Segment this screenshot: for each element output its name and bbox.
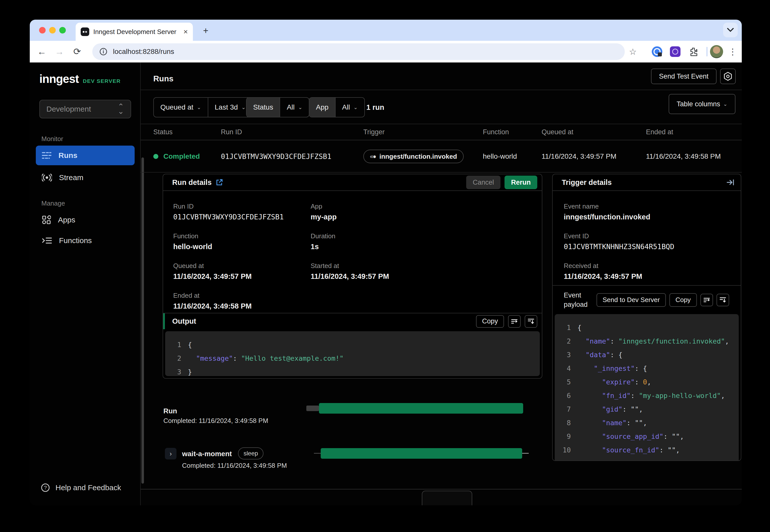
step-duration-bar <box>321 448 522 459</box>
tab-search-chevron-button[interactable] <box>723 23 738 37</box>
inngest-logo: inngest <box>39 72 79 86</box>
step-name: wait-a-moment <box>182 450 232 458</box>
column-header-status: Status <box>153 128 221 136</box>
expand-output-button[interactable] <box>525 315 537 328</box>
expand-payload-button[interactable] <box>717 294 729 306</box>
code-line: 8 "name": "", <box>555 416 739 429</box>
function-link[interactable]: hello-world <box>173 243 311 251</box>
settings-gear-button[interactable] <box>720 69 736 84</box>
tab-close-icon[interactable]: × <box>183 28 188 36</box>
address-bar[interactable]: localhost:8288/runs <box>92 43 625 60</box>
inngest-app: inngest DEV SERVER Development ⌃⌄ Monito… <box>30 62 742 505</box>
send-to-dev-server-button[interactable]: Send to Dev Server <box>597 293 666 307</box>
time-range-filter[interactable]: Last 3d⌄ <box>208 98 252 117</box>
code-line: 1{ <box>165 338 540 351</box>
sidebar-section-manage: Manage <box>41 199 65 207</box>
forward-button[interactable]: → <box>52 41 67 62</box>
table-row[interactable]: Completed 01JCVBTMV3WXY9D3CFDEJFZSB1 «● … <box>141 141 742 173</box>
filters-bar: Queued at⌄ Last 3d⌄ Status All⌄ App All⌄ <box>141 90 742 124</box>
page-title: Runs <box>153 74 173 83</box>
app-label: App <box>311 203 537 210</box>
site-info-icon[interactable] <box>99 48 107 56</box>
row-function: hello-world <box>483 152 541 160</box>
inngest-favicon-icon <box>81 27 89 36</box>
sidebar-item-functions[interactable]: Functions <box>36 231 135 250</box>
minimize-window-button[interactable] <box>49 27 56 34</box>
event-name-value: inngest/function.invoked <box>564 213 735 221</box>
password-manager-extension-icon[interactable] <box>650 41 664 62</box>
sidebar-item-apps[interactable]: Apps <box>36 210 135 230</box>
bottom-drawer-handle[interactable] <box>422 491 472 505</box>
app-link[interactable]: my-app <box>311 213 537 221</box>
table-header: Status Run ID Trigger Function Queued at… <box>141 124 742 140</box>
code-line: 2 "message": "Hello test@example.com!" <box>165 351 540 365</box>
copy-output-button[interactable]: Copy <box>476 315 504 328</box>
event-id-value: 01JCVBTMTKNHNHZ3SN64R51BQD <box>564 243 735 251</box>
word-wrap-button[interactable] <box>508 315 521 328</box>
browser-toolbar: ← → ⟳ localhost:8288/runs ☆ ⋮ <box>30 41 742 62</box>
collapse-panel-icon[interactable] <box>727 179 735 186</box>
row-run-id: 01JCVBTMV3WXY9D3CFDEJFZSB1 <box>221 152 363 161</box>
external-link-icon[interactable] <box>216 179 223 186</box>
event-name-label: Event name <box>564 203 735 210</box>
browser-tab[interactable]: Inngest Development Server × <box>76 23 193 41</box>
browser-menu-kebab-icon[interactable]: ⋮ <box>726 41 740 62</box>
trigger-details-panel: Trigger details Event name inngest/funct… <box>552 174 741 461</box>
bookmark-star-icon[interactable]: ☆ <box>626 41 640 62</box>
back-button[interactable]: ← <box>35 41 49 62</box>
started-at-value: 11/16/2024, 3:49:57 PM <box>311 272 537 281</box>
send-test-event-button[interactable]: Send Test Event <box>651 69 717 84</box>
dev-server-badge: DEV SERVER <box>83 78 121 84</box>
event-payload-header: Event payload Send to Dev Server Copy <box>553 285 741 314</box>
timeline-run-label: Run <box>163 407 177 415</box>
trigger-details-title: Trigger details <box>562 178 612 187</box>
app-filter-group: App All⌄ <box>309 97 365 117</box>
status-filter-value[interactable]: All⌄ <box>280 98 309 117</box>
time-field-filter[interactable]: Queued at⌄ <box>154 98 208 117</box>
word-wrap-payload-button[interactable] <box>700 294 713 306</box>
output-title: Output <box>172 317 196 325</box>
rerun-button[interactable]: Rerun <box>504 176 537 189</box>
event-payload-code-block: 1{2 "name": "inngest/function.invoked",3… <box>555 314 739 461</box>
trigger-badge: «● inngest/function.invoked <box>363 150 464 163</box>
ended-at-label: Ended at <box>173 292 311 300</box>
expand-step-chevron-button[interactable]: › <box>165 448 176 459</box>
chevron-down-icon: ⌄ <box>241 104 246 110</box>
sidebar-section-monitor: Monitor <box>41 135 63 143</box>
environment-selector-value: Development <box>46 105 91 113</box>
sidebar-item-apps-label: Apps <box>58 216 75 224</box>
copy-payload-button[interactable]: Copy <box>669 293 697 307</box>
cancel-button[interactable]: Cancel <box>466 176 500 189</box>
close-window-button[interactable] <box>39 27 46 34</box>
sidebar-item-stream[interactable]: Stream <box>36 168 135 187</box>
new-tab-button[interactable]: + <box>200 25 211 36</box>
duration-label: Duration <box>311 232 537 240</box>
environment-selector[interactable]: Development ⌃⌄ <box>39 100 131 118</box>
vertical-scrollbar[interactable] <box>141 157 144 484</box>
reload-button[interactable]: ⟳ <box>70 41 84 62</box>
received-at-label: Received at <box>564 262 735 270</box>
output-section-header: Output Copy <box>163 313 542 329</box>
function-label: Function <box>173 232 311 240</box>
code-line: 11 "source_fn_v": 0, <box>555 457 739 461</box>
extensions-puzzle-icon[interactable] <box>686 41 700 62</box>
code-line: 4 "_inngest": { <box>555 361 739 375</box>
code-line: 3 "data": { <box>555 348 739 361</box>
functions-icon <box>42 237 52 244</box>
sidebar-item-runs[interactable]: Runs <box>36 146 135 165</box>
event-trigger-icon: «● <box>370 153 376 160</box>
sidebar-item-runs-label: Runs <box>58 151 77 160</box>
extension-icon[interactable] <box>668 41 682 62</box>
step-extent-tick-left <box>314 453 321 454</box>
code-line: 9 "source_app_id": "", <box>555 429 739 443</box>
url-text: localhost:8288/runs <box>113 48 174 56</box>
app-filter-value[interactable]: All⌄ <box>335 98 364 117</box>
table-columns-button[interactable]: Table columns⌄ <box>669 94 735 114</box>
help-and-feedback[interactable]: ? Help and Feedback <box>41 483 121 492</box>
runs-icon <box>42 152 51 159</box>
queued-at-label: Queued at <box>173 262 311 270</box>
run-id-value: 01JCVBTMV3WXY9D3CFDEJFZSB1 <box>173 213 311 221</box>
output-status-accent <box>163 313 165 329</box>
maximize-window-button[interactable] <box>59 27 66 34</box>
profile-avatar[interactable] <box>710 41 724 62</box>
